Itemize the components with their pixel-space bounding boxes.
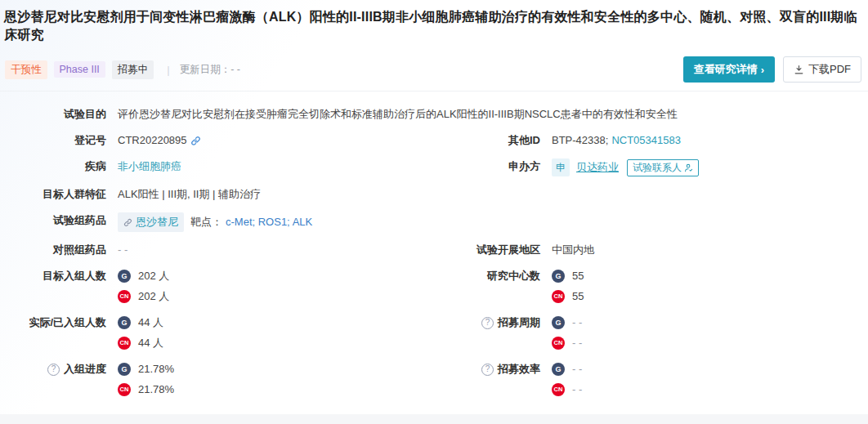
trial-fields: 试验目的 评价恩沙替尼对比安慰剂在接受肿瘤完全切除术和标准辅助治疗后的ALK阳性…	[0, 91, 868, 406]
tag-status: 招募中	[112, 60, 154, 79]
progress-global-row: G 21.78%	[118, 361, 174, 377]
view-details-label: 查看研究详情	[694, 62, 758, 77]
field-disease: 疾病 非小细胞肺癌	[0, 154, 434, 181]
target-enrollment-label: 目标入组人数	[0, 268, 106, 284]
global-badge-icon: G	[118, 270, 131, 283]
vertical-divider: |	[167, 64, 169, 76]
trial-drug-name: 恩沙替尼	[136, 214, 178, 230]
field-region: 试验开展地区 中国内地	[434, 237, 868, 263]
cn-badge-icon: CN	[552, 383, 565, 396]
person-icon	[684, 163, 693, 172]
control-drug-value: - -	[118, 242, 128, 258]
region-label: 试验开展地区	[434, 242, 540, 258]
progress-cn-row: CN 21.78%	[118, 382, 174, 398]
actual-enrollment-global-value: 44 人	[138, 315, 163, 331]
field-centers: 研究中心数 G 55 CN 55	[434, 263, 868, 310]
meta-row: 干预性 Phase III 招募中 | 更新日期： - - 查看研究详情 › 下…	[0, 43, 868, 91]
registration-label: 登记号	[0, 132, 106, 149]
sponsor-link[interactable]: 贝达药业	[576, 159, 619, 176]
region-value: 中国内地	[552, 242, 594, 258]
help-icon[interactable]: ?	[481, 317, 494, 329]
actual-enrollment-cn-value: 44 人	[138, 335, 163, 351]
target-enrollment-global-value: 202 人	[138, 268, 169, 284]
tags-group: 干预性 Phase III 招募中 | 更新日期： - -	[5, 60, 240, 79]
trial-drug-label: 试验组药品	[0, 212, 106, 229]
recruit-period-global-value: - -	[572, 315, 582, 331]
field-control-drug: 对照组药品 - -	[0, 237, 434, 263]
other-id-label: 其他ID	[434, 132, 540, 149]
update-date-label: 更新日期：	[180, 63, 231, 77]
centers-global-row: G 55	[552, 268, 584, 284]
field-recruit-period: ? 招募周期 G - - CN - -	[434, 310, 868, 356]
target-enrollment-cn-row: CN 202 人	[118, 288, 169, 305]
purpose-value: 评价恩沙替尼对比安慰剂在接受肿瘤完全切除术和标准辅助治疗后的ALK阳性的II-I…	[118, 106, 678, 123]
population-label: 目标人群特征	[0, 186, 106, 203]
actual-enrollment-label: 实际/已入组人数	[0, 315, 106, 331]
sponsor-label: 申办方	[434, 158, 540, 175]
field-recruit-efficiency: ? 招募效率 G - - CN - -	[434, 356, 868, 403]
help-icon[interactable]: ?	[47, 364, 60, 376]
cn-badge-icon: CN	[118, 383, 131, 396]
centers-global-value: 55	[572, 268, 584, 284]
field-other-id: 其他ID BTP-42338; NCT05341583	[434, 127, 868, 154]
actual-enrollment-cn-row: CN 44 人	[118, 335, 163, 351]
progress-cn-value: 21.78%	[138, 382, 174, 398]
cn-badge-icon: CN	[118, 337, 131, 350]
other-id-value: BTP-42338;	[552, 132, 608, 149]
trial-drug-tag[interactable]: 恩沙替尼	[118, 212, 184, 232]
recruit-period-global-row: G - -	[552, 315, 582, 331]
tag-study-type: 干预性	[5, 60, 47, 79]
target-enrollment-global-row: G 202 人	[118, 268, 169, 284]
disease-link[interactable]: 非小细胞肺癌	[118, 158, 181, 175]
help-icon[interactable]: ?	[481, 364, 494, 376]
recruit-efficiency-cn-row: CN - -	[552, 382, 582, 398]
progress-global-value: 21.78%	[138, 361, 174, 377]
registration-link-icon[interactable]	[190, 136, 201, 146]
recruit-efficiency-global-row: G - -	[552, 361, 582, 377]
field-target-enrollment: 目标入组人数 G 202 人 CN 202 人	[0, 263, 434, 310]
contact-button-label: 试验联系人	[633, 161, 682, 175]
field-progress: ? 入组进度 G 21.78% CN 21.78%	[0, 356, 434, 403]
status-timeline: ▶ 2022-02-25 首次获批伦理 2022-04-19 首次公示 2022…	[0, 414, 868, 424]
centers-cn-value: 55	[572, 288, 584, 305]
page-title: 恩沙替尼对比安慰剂用于间变性淋巴瘤激酶（ALK）阳性的II-IIIB期非小细胞肺…	[0, 0, 868, 43]
recruit-period-cn-row: CN - -	[552, 335, 582, 351]
trial-contact-button[interactable]: 试验联系人	[627, 159, 699, 176]
global-badge-icon: G	[552, 363, 565, 376]
field-actual-enrollment: 实际/已入组人数 G 44 人 CN 44 人	[0, 310, 434, 356]
target-label: 靶点：	[190, 214, 222, 230]
clinical-trial-page: 恩沙替尼对比安慰剂用于间变性淋巴瘤激酶（ALK）阳性的II-IIIB期非小细胞肺…	[0, 0, 868, 424]
link-icon	[123, 218, 132, 227]
download-pdf-button[interactable]: 下载PDF	[783, 56, 861, 83]
recruit-efficiency-global-value: - -	[572, 361, 582, 377]
control-drug-label: 对照组药品	[0, 242, 106, 258]
field-population: 目标人群特征 ALK阳性 | III期, II期 | 辅助治疗	[0, 181, 868, 208]
recruit-period-cn-value: - -	[572, 335, 582, 351]
progress-label: 入组进度	[64, 361, 106, 377]
target-enrollment-cn-value: 202 人	[138, 288, 169, 305]
download-icon	[794, 65, 804, 75]
header-actions: 查看研究详情 › 下载PDF	[683, 56, 861, 83]
target-links[interactable]: c-Met; ROS1; ALK	[226, 214, 312, 230]
global-badge-icon: G	[552, 270, 565, 283]
population-value: ALK阳性 | III期, II期 | 辅助治疗	[118, 186, 261, 203]
registration-value: CTR20220895	[118, 132, 187, 149]
purpose-label: 试验目的	[0, 106, 106, 123]
tag-phase: Phase III	[54, 61, 105, 78]
recruit-efficiency-label: 招募效率	[498, 361, 540, 377]
field-trial-drug: 试验组药品 恩沙替尼 靶点： c-Met; ROS1; ALK	[0, 208, 868, 237]
centers-label: 研究中心数	[434, 268, 540, 284]
cn-badge-icon: CN	[552, 290, 565, 303]
cn-badge-icon: CN	[118, 290, 131, 303]
nct-id-link[interactable]: NCT05341583	[611, 132, 681, 149]
field-purpose: 试验目的 评价恩沙替尼对比安慰剂在接受肿瘤完全切除术和标准辅助治疗后的ALK阳性…	[0, 101, 868, 127]
recruit-period-label: 招募周期	[498, 315, 540, 331]
disease-label: 疾病	[0, 158, 106, 175]
global-badge-icon: G	[552, 316, 565, 329]
centers-cn-row: CN 55	[552, 288, 584, 305]
cn-badge-icon: CN	[552, 337, 565, 350]
chevron-right-icon: ›	[761, 64, 764, 76]
recruit-efficiency-cn-value: - -	[572, 382, 582, 398]
field-registration: 登记号 CTR20220895	[0, 127, 434, 154]
view-details-button[interactable]: 查看研究详情 ›	[683, 56, 775, 83]
